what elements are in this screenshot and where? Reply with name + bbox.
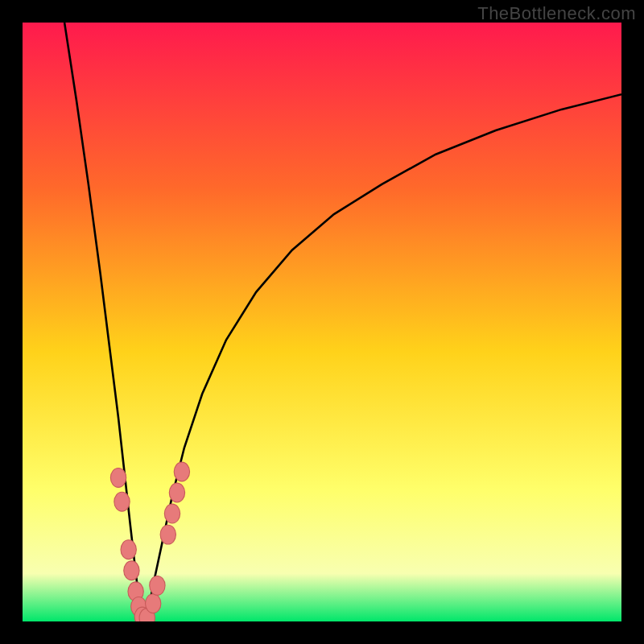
data-marker [110,469,126,488]
data-marker [114,492,130,511]
data-marker [150,576,165,595]
heat-background [23,23,621,621]
data-marker [146,594,161,613]
chart-frame: TheBottleneck.com [0,0,644,644]
data-marker [164,504,180,523]
data-marker [174,462,189,481]
data-marker [121,540,136,559]
data-marker [169,483,184,502]
watermark-label: TheBottleneck.com [477,3,636,24]
data-marker [124,561,139,580]
plot-area [23,23,621,621]
data-marker [160,525,175,544]
chart-svg [23,23,621,621]
